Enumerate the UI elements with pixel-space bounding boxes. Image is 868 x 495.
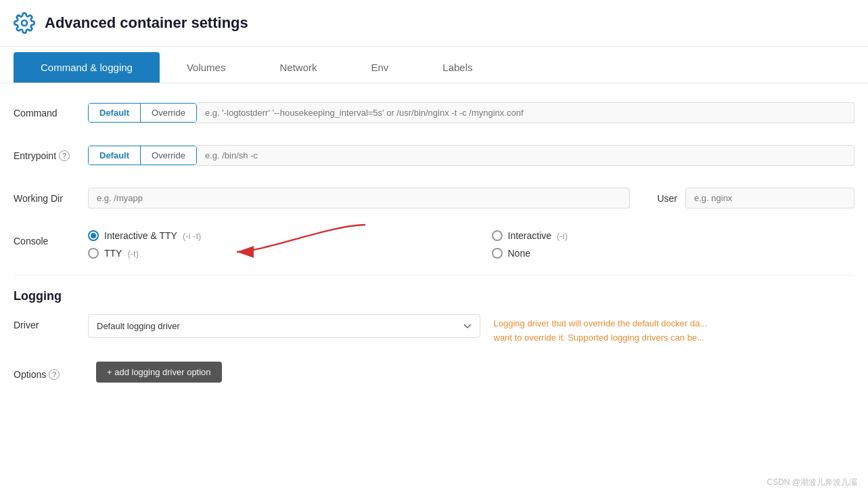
- console-row: Console Interactive & TTY (-i -t): [14, 225, 854, 259]
- tab-network[interactable]: Network: [252, 52, 344, 83]
- radio-interactive-sub: (-i): [557, 231, 568, 241]
- entrypoint-input[interactable]: [197, 145, 854, 166]
- command-row: Command Default Override: [14, 97, 854, 123]
- console-radio-grid: Interactive & TTY (-i -t) Interactive (-…: [88, 230, 854, 259]
- driver-label: Driver: [14, 314, 88, 330]
- options-label: Options ?: [14, 364, 88, 380]
- tab-volumes[interactable]: Volumes: [160, 52, 253, 83]
- entrypoint-override-btn[interactable]: Override: [141, 146, 196, 165]
- options-help-icon[interactable]: ?: [49, 369, 60, 380]
- entrypoint-help-icon[interactable]: ?: [59, 150, 70, 161]
- radio-tty-sub: (-t): [127, 249, 139, 259]
- console-label: Console: [14, 230, 88, 246]
- command-label: Command: [14, 102, 88, 119]
- user-group: User: [657, 188, 854, 209]
- add-logging-option-button[interactable]: + add logging driver option: [96, 362, 222, 383]
- logging-divider: [14, 275, 854, 276]
- driver-help-text: Logging driver that will override the de…: [494, 314, 855, 345]
- radio-interactive-tty-label: Interactive & TTY: [104, 230, 177, 241]
- logging-heading: Logging: [14, 289, 854, 303]
- entrypoint-toggle-group: Default Override: [88, 146, 197, 165]
- command-default-btn[interactable]: Default: [89, 104, 140, 122]
- page-header: Advanced container settings: [0, 0, 868, 47]
- tab-labels[interactable]: Labels: [415, 52, 499, 83]
- radio-tty[interactable]: TTY (-t): [88, 248, 451, 259]
- working-dir-group: [88, 188, 630, 209]
- user-label: User: [657, 193, 677, 204]
- command-toggle-group: Default Override: [88, 103, 197, 123]
- entrypoint-controls: Default Override: [88, 145, 854, 166]
- radio-none-circle: [492, 248, 503, 259]
- radio-none[interactable]: None: [492, 248, 855, 259]
- command-override-btn[interactable]: Override: [141, 104, 196, 122]
- entrypoint-row: Entrypoint ? Default Override: [14, 139, 854, 166]
- tabs-bar: Command & logging Volumes Network Env La…: [0, 52, 868, 83]
- tab-command-logging[interactable]: Command & logging: [14, 52, 160, 83]
- tab-env[interactable]: Env: [344, 52, 415, 83]
- command-controls: Default Override: [88, 102, 854, 123]
- user-input[interactable]: [685, 188, 854, 209]
- radio-tty-label: TTY: [104, 248, 122, 259]
- options-row: Options ? + add logging driver option: [14, 362, 854, 383]
- radio-none-label: None: [508, 248, 530, 259]
- page-title: Advanced container settings: [45, 14, 248, 32]
- radio-interactive-tty-sub: (-i -t): [183, 231, 201, 241]
- working-dir-input[interactable]: [88, 188, 630, 209]
- radio-interactive[interactable]: Interactive (-i): [492, 230, 855, 241]
- radio-interactive-tty-circle: [88, 230, 99, 241]
- working-dir-user-row: Working Dir User: [14, 182, 854, 209]
- content-area: Command Default Override Entrypoint ?: [0, 83, 868, 396]
- radio-tty-circle: [88, 248, 99, 259]
- driver-select[interactable]: Default logging driver json-file syslog …: [88, 314, 480, 338]
- entrypoint-label: Entrypoint ?: [14, 145, 88, 161]
- radio-interactive-circle: [492, 230, 503, 241]
- driver-row: Driver Default logging driver json-file …: [14, 314, 854, 345]
- radio-interactive-tty[interactable]: Interactive & TTY (-i -t): [88, 230, 451, 241]
- footer-watermark: CSDN @潮波儿奔波儿灞: [767, 477, 857, 488]
- working-dir-label: Working Dir: [14, 188, 88, 204]
- entrypoint-default-btn[interactable]: Default: [89, 146, 140, 165]
- svg-point-0: [22, 20, 27, 26]
- radio-interactive-label: Interactive: [508, 230, 552, 241]
- command-input[interactable]: [197, 102, 854, 123]
- gear-icon: [14, 12, 35, 34]
- page-container: Advanced container settings Command & lo…: [0, 0, 868, 495]
